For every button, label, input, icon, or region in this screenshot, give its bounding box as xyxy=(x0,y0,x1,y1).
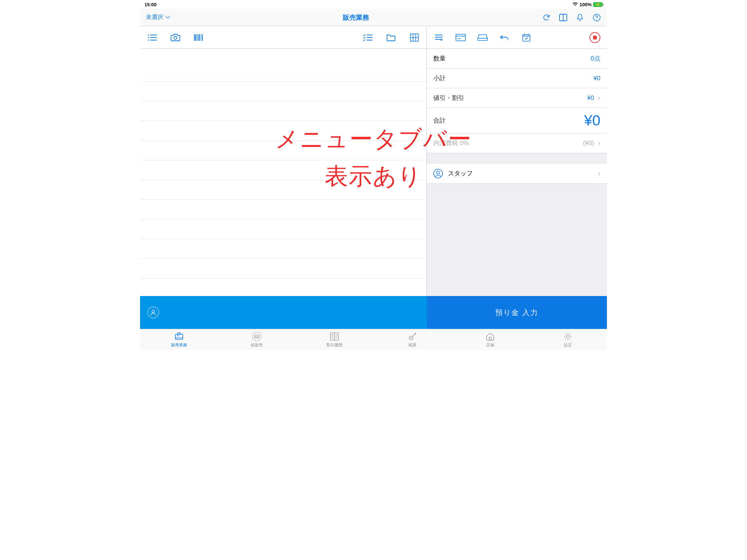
summary-discount[interactable]: 値引・割引 ¥0 › xyxy=(427,88,607,108)
tab-store[interactable]: 店舗 xyxy=(451,329,529,350)
qty-value: 0点 xyxy=(591,54,600,63)
deposit-button[interactable]: 預り金 入力 xyxy=(427,296,607,329)
chevron-right-icon: › xyxy=(598,93,600,103)
empty-area xyxy=(427,184,607,296)
grid-icon[interactable] xyxy=(409,32,420,43)
svg-point-3 xyxy=(148,34,149,35)
tab-provisional[interactable]: 仮販売 xyxy=(218,329,295,350)
folder-icon[interactable] xyxy=(386,32,396,43)
svg-point-36 xyxy=(434,169,442,178)
svg-point-43 xyxy=(252,332,261,341)
svg-rect-56 xyxy=(489,337,491,340)
staff-label: スタッフ xyxy=(448,169,473,178)
toolbar xyxy=(140,26,607,49)
tab-label: 精算 xyxy=(409,342,417,348)
key-icon xyxy=(407,331,418,342)
tab-sales[interactable]: 販売業務 xyxy=(140,329,218,350)
summary-panel: 数量 0点 小計 ¥0 値引・割引 ¥0 › 合計 ¥0 内消費税 0% xyxy=(427,49,607,296)
qty-label: 数量 xyxy=(433,54,446,63)
tab-settings[interactable]: 設定 xyxy=(529,329,607,350)
selector-button[interactable]: 未選択 xyxy=(146,13,170,21)
svg-point-55 xyxy=(410,338,411,339)
total-value: ¥0 xyxy=(584,112,601,129)
discount-label: 値引・割引 xyxy=(433,94,464,102)
nav-header: 未選択 販売業務 xyxy=(140,9,607,26)
tab-label: 設定 xyxy=(564,342,572,348)
tab-bar: 販売業務 仮販売 取引履歴 精算 店舗 xyxy=(140,329,607,350)
tab-settlement[interactable]: 精算 xyxy=(374,329,451,350)
help-icon[interactable] xyxy=(592,13,601,22)
staff-row[interactable]: スタッフ › xyxy=(427,163,607,184)
list-item[interactable] xyxy=(140,160,426,180)
tab-label: 店舗 xyxy=(486,342,494,348)
card-icon[interactable] xyxy=(455,32,466,43)
selector-label: 未選択 xyxy=(146,13,163,21)
list-icon[interactable] xyxy=(147,32,158,43)
calendar-check-icon[interactable] xyxy=(521,32,532,43)
list-item[interactable] xyxy=(140,101,426,121)
status-bar: 15:00 100% ⚡ xyxy=(140,0,607,9)
summary-subtotal: 小計 ¥0 xyxy=(427,69,607,88)
register-icon xyxy=(174,331,184,342)
deposit-label: 預り金 入力 xyxy=(495,308,538,318)
subtotal-label: 小計 xyxy=(433,74,446,82)
subtotal-value: ¥0 xyxy=(593,75,600,82)
add-line-icon[interactable] xyxy=(433,32,444,43)
svg-rect-44 xyxy=(255,335,259,338)
chevron-down-icon xyxy=(166,16,170,19)
svg-rect-32 xyxy=(523,35,530,41)
svg-point-57 xyxy=(566,335,569,338)
barcode-icon[interactable] xyxy=(193,32,204,43)
checklist-icon[interactable] xyxy=(362,32,373,43)
svg-rect-28 xyxy=(456,34,465,41)
list-item[interactable] xyxy=(140,259,426,279)
chevron-right-icon: › xyxy=(598,139,600,148)
battery-percent: 100% xyxy=(580,2,592,7)
list-item[interactable] xyxy=(140,49,426,82)
tab-label: 取引履歴 xyxy=(326,342,342,348)
summary-tax[interactable]: 内消費税 0% (¥0) › xyxy=(427,133,607,153)
svg-rect-41 xyxy=(178,333,181,334)
summary-total: 合計 ¥0 xyxy=(427,108,607,133)
record-button[interactable] xyxy=(589,32,600,43)
total-label: 合計 xyxy=(433,116,446,125)
user-icon xyxy=(147,307,159,318)
page-title: 販売業務 xyxy=(170,13,542,22)
list-item[interactable] xyxy=(140,219,426,239)
svg-rect-39 xyxy=(175,334,183,339)
svg-point-38 xyxy=(152,310,155,313)
list-item[interactable] xyxy=(140,82,426,101)
list-item[interactable] xyxy=(140,200,426,219)
svg-point-9 xyxy=(174,36,177,39)
battery-icon: ⚡ xyxy=(593,2,603,7)
tab-label: 仮販売 xyxy=(251,342,263,348)
clock: 15:00 xyxy=(144,2,156,7)
refresh-icon[interactable] xyxy=(542,13,551,22)
wifi-icon xyxy=(572,2,578,7)
drawer-icon[interactable] xyxy=(477,32,488,43)
tab-label: 販売業務 xyxy=(171,342,187,348)
section-gap xyxy=(427,153,607,163)
list-item[interactable] xyxy=(140,121,426,141)
list-item[interactable] xyxy=(140,180,426,200)
chevron-right-icon: › xyxy=(598,169,600,178)
split-view-icon[interactable] xyxy=(559,13,568,22)
discount-value: ¥0 xyxy=(587,94,594,102)
undo-icon[interactable] xyxy=(499,32,510,43)
list-item[interactable] xyxy=(140,141,426,160)
customer-button[interactable] xyxy=(140,296,427,329)
svg-point-4 xyxy=(148,37,149,38)
home-icon xyxy=(485,331,495,342)
svg-point-5 xyxy=(148,39,149,40)
tab-history[interactable]: 取引履歴 xyxy=(296,329,374,350)
tax-value: (¥0) xyxy=(583,140,594,147)
svg-point-37 xyxy=(437,171,440,174)
provisional-icon xyxy=(252,331,262,342)
list-item[interactable] xyxy=(140,239,426,259)
tax-label: 内消費税 0% xyxy=(433,139,469,147)
bell-icon[interactable] xyxy=(576,13,584,22)
action-bar: 預り金 入力 xyxy=(140,296,607,329)
person-icon xyxy=(433,169,443,178)
camera-icon[interactable] xyxy=(170,32,181,43)
book-icon xyxy=(329,331,340,342)
